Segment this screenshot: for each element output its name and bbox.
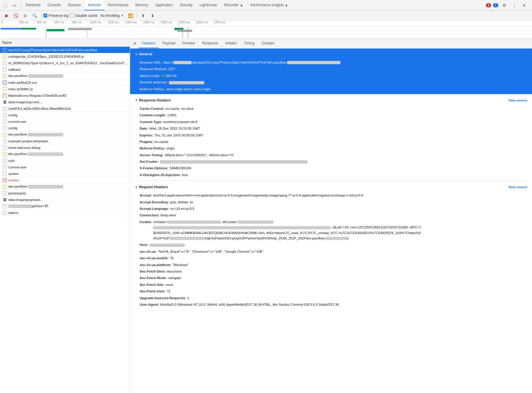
- metrics-icon: M: [2, 178, 7, 183]
- request-name: data:image/svg+xml;...: [8, 100, 129, 104]
- tab-list: Elements Console Sources Network Perform…: [22, 0, 486, 10]
- content-type-key: Content-Type:: [140, 119, 162, 125]
- filter-icon[interactable]: ⊘: [21, 12, 29, 20]
- tab-timing[interactable]: Timing: [240, 38, 258, 48]
- general-section-header[interactable]: ▼ General: [135, 50, 527, 58]
- devtools-icon-group: ⬚ ▭: [1, 1, 21, 9]
- tab-recorder[interactable]: Recorder ▲: [221, 0, 247, 10]
- list-item[interactable]: G config: [0, 125, 130, 131]
- tab-perf-insights[interactable]: Performance insights ▲: [247, 0, 292, 10]
- tab-application[interactable]: Application: [152, 0, 176, 10]
- tab-response[interactable]: Response: [198, 38, 221, 48]
- export-icon[interactable]: ⬇: [149, 12, 156, 20]
- list-item[interactable]: G tokens: [0, 210, 130, 216]
- list-item[interactable]: G show.welcome.dialog: [0, 144, 130, 151]
- cache-control-val: no-cache, no-store: [165, 106, 194, 111]
- connection-val: keep-alive: [161, 212, 176, 218]
- tab-network[interactable]: Network: [84, 0, 104, 10]
- inspect-icon[interactable]: ⬚: [1, 1, 9, 9]
- response-headers-header[interactable]: ▼ Response Headers View source: [135, 96, 527, 104]
- tab-initiator[interactable]: Initiator: [221, 38, 240, 48]
- tab-sources[interactable]: Sources: [64, 0, 84, 10]
- upgrade-insecure-row: Upgrade-Insecure-Requests: 1: [135, 295, 527, 301]
- generic-icon: G: [2, 204, 7, 209]
- detail-panel: ✕ Headers Payload Preview Response Initi…: [130, 38, 532, 393]
- list-item[interactable]: G example-project-templates: [0, 138, 130, 144]
- request-headers-title: Request Headers: [139, 185, 168, 189]
- list-item[interactable]: G current-user: [0, 164, 130, 170]
- response-toggle-icon: ▼: [135, 99, 138, 102]
- search-icon[interactable]: 🔍: [31, 12, 38, 20]
- request-headers-header[interactable]: ▼ Request Headers View source: [135, 183, 527, 191]
- settings-icon[interactable]: ⚙: [500, 1, 508, 9]
- list-item[interactable]: M metrics: [0, 177, 130, 183]
- list-item[interactable]: C main.aa46a22f.css: [0, 79, 130, 86]
- tab-preview[interactable]: Preview: [179, 38, 199, 48]
- list-item[interactable]: G geSize=30: [0, 203, 130, 210]
- close-detail-icon[interactable]: ✕: [131, 41, 138, 46]
- list-item[interactable]: D dev.pactflow: [0, 151, 130, 157]
- accept-language-key: Accept-Language:: [140, 206, 169, 211]
- ruler-mark: 1800 ms: [160, 21, 172, 24]
- list-item[interactable]: G 1ee87fc1-ad2d-4280-b8ce-08aedfb6c52a: [0, 105, 130, 112]
- sec-ch-ua-mobile-row: sec-ch-ua-mobile: ?0: [135, 255, 527, 261]
- list-item[interactable]: D dev.pactflow: [0, 131, 130, 138]
- request-list-body[interactable]: D startSSO.ping?PartnerSpId=http%3A%2F%2…: [0, 47, 130, 393]
- request-name: 1ee87fc1-ad2d-4280-b8ce-08aedfb6c52a: [8, 107, 129, 110]
- list-item[interactable]: G pacticipants: [0, 190, 130, 196]
- response-view-source-link[interactable]: View source: [508, 99, 527, 102]
- list-item[interactable]: G rb_bf38652aty?type=js3&sn=v_4_srv_7_sn…: [0, 60, 130, 66]
- ruler-mark: 1000 ms: [89, 21, 101, 24]
- content-type-row: Content-Type: text/html;charset=utf-8: [135, 119, 527, 125]
- general-header-left: ▼ General: [135, 52, 152, 56]
- tab-memory[interactable]: Memory: [132, 0, 152, 10]
- online-status-icon[interactable]: 📶: [127, 12, 134, 20]
- ruler-mark: 2000 ms: [177, 21, 190, 24]
- list-item[interactable]: 🖼 data:image/svg+xml;...: [0, 99, 130, 105]
- tab-cookies[interactable]: Cookies: [258, 38, 278, 48]
- list-item[interactable]: G config: [0, 112, 130, 118]
- throttling-select[interactable]: No throttling ▼: [99, 13, 125, 18]
- general-toggle-icon: ▼: [135, 53, 138, 56]
- list-item[interactable]: J main.cb3bfbfc.js: [0, 86, 130, 92]
- status-code-label: Status Code:: [140, 73, 161, 78]
- record-button[interactable]: ⏺: [2, 12, 10, 20]
- tab-payload[interactable]: Payload: [159, 38, 179, 48]
- list-item[interactable]: G user: [0, 157, 130, 164]
- list-item[interactable]: G system: [0, 170, 130, 177]
- cache-control-row: Cache-Control: no-cache, no-store: [135, 105, 527, 112]
- tab-security[interactable]: Security: [176, 0, 196, 10]
- close-devtools-icon[interactable]: ✕: [520, 1, 528, 9]
- import-icon[interactable]: ⬆: [139, 12, 147, 20]
- request-list-header: Name: [0, 38, 130, 47]
- list-item[interactable]: D dev.pactflow: [0, 183, 130, 190]
- timeline-ruler: 0 200 ms 400 ms 600 ms 800 ms 1000 ms 12…: [0, 21, 532, 27]
- list-item[interactable]: G current-user: [0, 118, 130, 125]
- sec-fetch-site-row: Sec-Fetch-Site: none: [135, 281, 527, 288]
- tab-headers[interactable]: Headers: [138, 38, 159, 48]
- tab-performance[interactable]: Performance: [104, 0, 132, 10]
- more-options-icon[interactable]: ⋮: [510, 1, 518, 9]
- cache-control-key: Cache-Control:: [140, 106, 164, 111]
- tab-lighthouse[interactable]: Lighthouse: [196, 0, 221, 10]
- preserve-log-checkbox[interactable]: Preserve log: [43, 14, 68, 18]
- list-item[interactable]: D startSSO.ping?PartnerSpId=http%3A%2F%2…: [0, 47, 130, 53]
- generic-icon: G: [2, 191, 7, 196]
- remote-address-value: [169, 80, 204, 85]
- clear-button[interactable]: 🚫: [12, 12, 20, 20]
- list-item[interactable]: 🖼 data:image/png;base...: [0, 196, 130, 203]
- device-icon[interactable]: ▭: [10, 1, 18, 9]
- list-item[interactable]: D dev.pactflow: [0, 73, 130, 79]
- remote-address-label: Remote Address:: [140, 80, 168, 85]
- list-item[interactable]: F MaterialIcons-Regular.570eb838.woff2: [0, 92, 130, 99]
- tab-console[interactable]: Console: [44, 0, 64, 10]
- tab-elements[interactable]: Elements: [22, 0, 44, 10]
- request-view-source-link[interactable]: View source: [508, 185, 527, 189]
- list-item[interactable]: G callback: [0, 66, 130, 73]
- x-frame-val: SAMEORIGIN: [169, 165, 191, 171]
- request-name: show.welcome.dialog: [8, 146, 129, 149]
- doc-icon: D: [2, 184, 7, 189]
- disable-cache-checkbox[interactable]: Disable cache: [70, 14, 97, 18]
- request-name: rb_bf38652aty?type=js3&sn=v_4_srv_7_sn_6…: [8, 61, 129, 65]
- list-item[interactable]: J ruxitagentjs_ICA2NVfjqru_1025522110404…: [0, 53, 130, 60]
